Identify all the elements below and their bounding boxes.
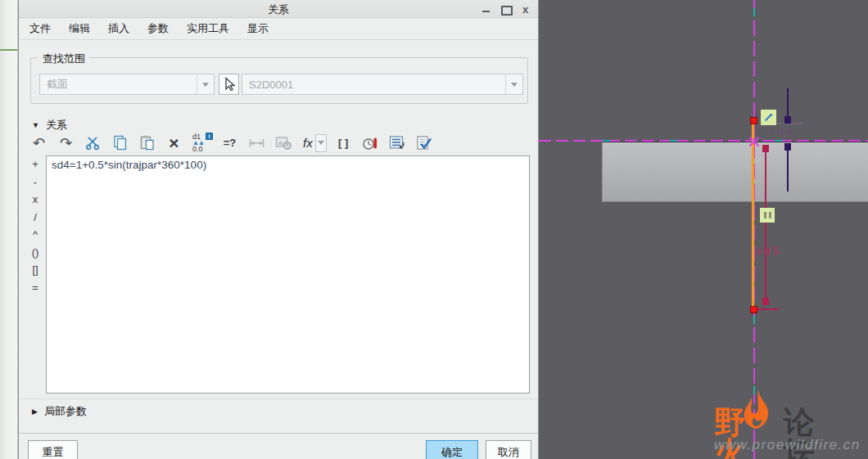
insert-from-file-button[interactable] bbox=[274, 133, 294, 153]
lookin-type-value: 截面 bbox=[40, 77, 197, 92]
edit-constraint-badge[interactable] bbox=[761, 110, 776, 125]
footer-divider bbox=[19, 433, 538, 434]
menu-show[interactable]: 显示 bbox=[238, 18, 278, 39]
op-power-button[interactable]: ^ bbox=[25, 228, 45, 246]
menu-edit[interactable]: 编辑 bbox=[60, 18, 99, 39]
units-button[interactable] bbox=[360, 133, 381, 153]
lookin-group-label: 查找范围 bbox=[38, 52, 89, 66]
clock-thermometer-icon bbox=[362, 135, 378, 151]
op-parentheses-button[interactable]: () bbox=[25, 246, 45, 264]
op-brackets-button[interactable]: [] bbox=[25, 263, 45, 281]
relation-expression: sd4=1+0.5*sin(trajpar*360*100) bbox=[52, 159, 206, 171]
scissors-icon bbox=[85, 135, 101, 151]
menubar: 文件 编辑 插入 参数 实用工具 显示 bbox=[19, 18, 538, 40]
evaluate-button[interactable] bbox=[246, 133, 267, 153]
relations-toolbar: ↶ ↷ × bbox=[29, 132, 435, 154]
selected-sketch-line[interactable] bbox=[752, 120, 754, 309]
op-multiply-button[interactable]: x bbox=[25, 193, 45, 211]
ok-button[interactable]: 确定 bbox=[426, 440, 478, 459]
operator-palette: + - x / ^ () [] = bbox=[25, 158, 45, 299]
maximize-icon[interactable] bbox=[501, 5, 510, 14]
pencil-icon bbox=[763, 112, 774, 123]
op-plus-button[interactable]: + bbox=[25, 158, 45, 176]
undo-button[interactable]: ↶ bbox=[29, 133, 49, 153]
cancel-button[interactable]: 取消 bbox=[486, 440, 531, 459]
close-icon[interactable]: x bbox=[521, 5, 530, 14]
constraint-bar-icon bbox=[769, 212, 771, 218]
collapse-arrow-icon: ▼ bbox=[32, 121, 39, 129]
measure-icon bbox=[248, 136, 265, 151]
cad-viewport[interactable]: sd4 sd5 野火 论坛 www.proewildfire.cn bbox=[539, 0, 868, 459]
verify-relations-button[interactable]: =? bbox=[219, 133, 240, 153]
toggle-dimension-display-button[interactable]: d1 i ▲▲ 0.0 bbox=[191, 133, 213, 153]
select-item-button[interactable] bbox=[219, 74, 239, 95]
reset-button[interactable]: 重置 bbox=[28, 440, 78, 459]
cancel-button-label: 取消 bbox=[498, 445, 519, 459]
solid-section-block[interactable] bbox=[602, 142, 868, 202]
function-dropdown-button[interactable] bbox=[315, 134, 327, 152]
verify-icon: =? bbox=[224, 137, 237, 149]
dialog-titlebar[interactable]: 关系 x bbox=[19, 0, 538, 18]
relations-section-label: 关系 bbox=[46, 118, 67, 133]
sd4-arrow-up-icon bbox=[784, 143, 791, 151]
delete-button[interactable]: × bbox=[164, 133, 184, 153]
snap-mark bbox=[753, 8, 755, 16]
paste-button[interactable] bbox=[137, 133, 157, 153]
copy-icon bbox=[112, 135, 128, 151]
chevron-down-icon[interactable] bbox=[197, 74, 214, 94]
relations-section-header[interactable]: ▼ 关系 bbox=[32, 118, 67, 133]
paste-icon bbox=[139, 135, 155, 151]
watermark-url: www.proewildfire.cn bbox=[714, 437, 861, 453]
menu-file[interactable]: 文件 bbox=[20, 18, 60, 39]
flame-icon bbox=[740, 389, 771, 439]
check-relations-button[interactable] bbox=[414, 133, 435, 153]
sketch-endpoint-bottom[interactable] bbox=[750, 306, 757, 313]
sort-relations-button[interactable] bbox=[387, 133, 408, 153]
reset-button-label: 重置 bbox=[43, 445, 64, 459]
snap-mark bbox=[775, 140, 782, 142]
sd4-dimension-label[interactable]: sd4 bbox=[769, 125, 796, 137]
op-minus-button[interactable]: - bbox=[25, 176, 45, 194]
sd4-dim-line-upper[interactable] bbox=[787, 88, 789, 118]
sorted-list-icon bbox=[389, 135, 406, 151]
menu-utilities[interactable]: 实用工具 bbox=[178, 18, 238, 39]
checklist-icon bbox=[416, 135, 432, 151]
dim-value-text: 0.0 bbox=[192, 145, 203, 153]
copy-button[interactable] bbox=[110, 133, 130, 153]
insert-parameter-button[interactable]: [ ] bbox=[333, 133, 354, 153]
sd5-dim-line[interactable] bbox=[765, 152, 766, 298]
info-badge-icon: i bbox=[206, 133, 213, 140]
sd5-dimension-label[interactable]: sd5 bbox=[757, 245, 781, 257]
lookin-object-select[interactable]: S2D0001 bbox=[242, 74, 523, 95]
op-equals-button[interactable]: = bbox=[25, 281, 45, 299]
intersection-cross-icon bbox=[748, 135, 761, 148]
sd4-dim-line-lower[interactable] bbox=[787, 151, 789, 191]
insert-function-button[interactable]: fx bbox=[301, 134, 327, 152]
menu-parameters[interactable]: 参数 bbox=[138, 18, 178, 39]
menu-insert[interactable]: 插入 bbox=[99, 18, 138, 39]
lookin-type-select[interactable]: 截面 bbox=[39, 74, 215, 95]
snap-mark bbox=[603, 140, 610, 142]
cut-button[interactable] bbox=[83, 133, 103, 153]
horizontal-centerline[interactable] bbox=[539, 140, 868, 142]
function-fx-icon: fx bbox=[301, 136, 315, 150]
window-controls: x bbox=[481, 0, 530, 18]
relations-editor[interactable]: sd4=1+0.5*sin(trajpar*360*100) bbox=[46, 155, 530, 394]
redo-button[interactable]: ↷ bbox=[56, 133, 76, 153]
sd5-arrow-up-icon bbox=[762, 145, 769, 152]
local-parameters-label: 局部参数 bbox=[44, 404, 87, 419]
chevron-down-icon[interactable] bbox=[505, 74, 522, 94]
redo-icon: ↷ bbox=[60, 136, 72, 151]
coincident-constraint-badge[interactable] bbox=[760, 208, 775, 223]
main-window-edge bbox=[0, 0, 18, 459]
delete-x-icon: × bbox=[169, 133, 179, 153]
divider bbox=[19, 398, 538, 399]
image-clock-icon bbox=[275, 135, 292, 151]
dialog-title: 关系 bbox=[19, 2, 538, 17]
op-divide-button[interactable]: / bbox=[25, 211, 45, 229]
main-window-accent-line bbox=[0, 49, 17, 51]
sketch-endpoint-top[interactable] bbox=[750, 117, 757, 124]
sd5-witness-line bbox=[754, 308, 779, 310]
minimize-icon[interactable] bbox=[481, 5, 491, 14]
local-parameters-section-header[interactable]: ▶ 局部参数 bbox=[32, 404, 87, 419]
